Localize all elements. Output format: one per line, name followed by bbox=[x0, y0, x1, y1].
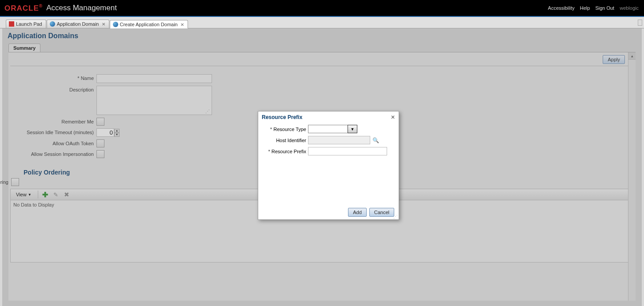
apply-button[interactable]: Apply bbox=[603, 55, 625, 64]
apply-row: Apply bbox=[10, 52, 634, 66]
remember-me-checkbox[interactable] bbox=[96, 118, 104, 126]
row-host-identifier: Host Identifier 🔍 bbox=[264, 136, 393, 144]
scroll-up-icon[interactable]: ▴ bbox=[628, 52, 636, 60]
toolbar-separator bbox=[38, 191, 38, 199]
oracle-trademark: ® bbox=[39, 4, 43, 8]
page-title: Application Domains bbox=[2, 28, 642, 44]
view-menu[interactable]: View ▼ bbox=[13, 191, 34, 199]
close-icon[interactable]: ✕ bbox=[180, 22, 184, 27]
app-header: ORACLE® Access Management Accessibility … bbox=[0, 0, 644, 16]
allow-oauth-checkbox[interactable] bbox=[96, 139, 104, 147]
oracle-logo-text: ORACLE bbox=[4, 4, 39, 12]
dialog-footer: Add Cancel ⋰ bbox=[258, 205, 399, 219]
add-button[interactable]: Add bbox=[348, 208, 367, 217]
description-input[interactable] bbox=[97, 86, 212, 114]
delete-row-button[interactable]: ✖ bbox=[63, 191, 70, 198]
host-identifier-input[interactable] bbox=[308, 136, 370, 144]
edit-row-button[interactable]: ✎ bbox=[52, 191, 60, 198]
session-idle-spinner: ▲ ▼ bbox=[96, 128, 120, 137]
row-name: * Name bbox=[22, 74, 622, 83]
header-links: Accessibility Help Sign Out weblogic bbox=[548, 0, 639, 16]
oracle-logo: ORACLE® bbox=[4, 4, 43, 13]
accessibility-link[interactable]: Accessibility bbox=[548, 5, 575, 11]
name-input[interactable] bbox=[96, 74, 212, 83]
current-user: weblogic bbox=[620, 5, 639, 11]
tab-summary[interactable]: Summary bbox=[8, 44, 40, 52]
row-resource-type: * Resource Type ▼ bbox=[264, 125, 393, 133]
name-label: * Name bbox=[22, 74, 96, 81]
chevron-down-icon: ▼ bbox=[28, 193, 32, 197]
remember-me-label: Remember Me bbox=[22, 118, 96, 124]
delete-icon: ✖ bbox=[64, 191, 69, 198]
tab-create-application-domain[interactable]: Create Application Domain ✕ bbox=[110, 20, 188, 28]
vertical-scrollbar[interactable]: ▴ bbox=[628, 52, 636, 301]
resource-type-label-text: Resource Type bbox=[273, 127, 306, 132]
summary-tab-wrap: Summary bbox=[8, 44, 642, 52]
tab-application-domain[interactable]: Application Domain ✕ bbox=[47, 20, 109, 28]
add-row-button[interactable]: ✚ bbox=[42, 191, 49, 198]
signout-link[interactable]: Sign Out bbox=[595, 5, 614, 11]
pencil-icon: ✎ bbox=[53, 191, 58, 198]
allow-oauth-label: Allow OAuth Token bbox=[22, 139, 96, 146]
globe-icon bbox=[50, 21, 55, 27]
globe-icon bbox=[113, 22, 118, 27]
tab-bar: Launch Pad Application Domain ✕ Create A… bbox=[0, 17, 644, 28]
name-label-text: Name bbox=[81, 76, 94, 81]
view-menu-label: View bbox=[16, 192, 27, 197]
search-icon[interactable]: 🔍 bbox=[372, 137, 379, 144]
resource-type-label: * Resource Type bbox=[264, 127, 308, 132]
allow-impersonation-label: Allow Session Impersonation bbox=[22, 150, 96, 157]
close-icon[interactable]: ✕ bbox=[102, 22, 105, 27]
enable-policy-ordering-label: Enable Policy Ordering bbox=[0, 178, 11, 185]
resource-prefix-dialog: Resource Prefix ✕ * Resource Type ▼ Host… bbox=[258, 111, 399, 220]
tab-launch-pad[interactable]: Launch Pad bbox=[6, 20, 46, 28]
resource-prefix-input[interactable] bbox=[308, 147, 387, 155]
dialog-title: Resource Prefix bbox=[262, 114, 302, 120]
dialog-header: Resource Prefix ✕ bbox=[258, 111, 399, 122]
dropdown-arrow-icon[interactable]: ▼ bbox=[348, 125, 357, 133]
description-label: Description bbox=[22, 86, 96, 92]
app-title: Access Management bbox=[46, 4, 117, 12]
spinner-buttons: ▲ ▼ bbox=[114, 129, 120, 137]
cancel-button[interactable]: Cancel bbox=[369, 208, 394, 217]
spinner-up-icon[interactable]: ▲ bbox=[114, 129, 120, 133]
tab-label: Launch Pad bbox=[16, 21, 42, 27]
host-identifier-label: Host Identifier bbox=[264, 138, 308, 143]
help-link[interactable]: Help bbox=[580, 5, 590, 11]
allow-impersonation-checkbox[interactable] bbox=[96, 150, 104, 158]
resource-prefix-label-text: Resource Prefix bbox=[272, 149, 306, 154]
session-idle-input[interactable] bbox=[96, 128, 114, 137]
launch-pad-icon bbox=[9, 21, 14, 27]
close-icon[interactable]: ✕ bbox=[391, 114, 395, 120]
resource-prefix-label: * Resource Prefix bbox=[264, 149, 308, 154]
enable-policy-ordering-checkbox[interactable] bbox=[11, 178, 19, 186]
tab-label: Application Domain bbox=[57, 21, 99, 27]
tab-label: Create Application Domain bbox=[120, 22, 178, 27]
no-data-message: No Data to Display bbox=[13, 202, 54, 207]
description-wrap: ⋰ bbox=[96, 86, 212, 115]
tab-overflow-arrow[interactable] bbox=[638, 20, 642, 26]
session-idle-label: Session Idle Timeout (minutes) bbox=[22, 128, 96, 135]
plus-icon: ✚ bbox=[42, 191, 48, 199]
dialog-body: * Resource Type ▼ Host Identifier 🔍 * Re… bbox=[258, 122, 399, 205]
row-resource-prefix: * Resource Prefix bbox=[264, 147, 393, 155]
spinner-down-icon[interactable]: ▼ bbox=[114, 133, 120, 137]
resource-type-select[interactable] bbox=[308, 125, 348, 133]
